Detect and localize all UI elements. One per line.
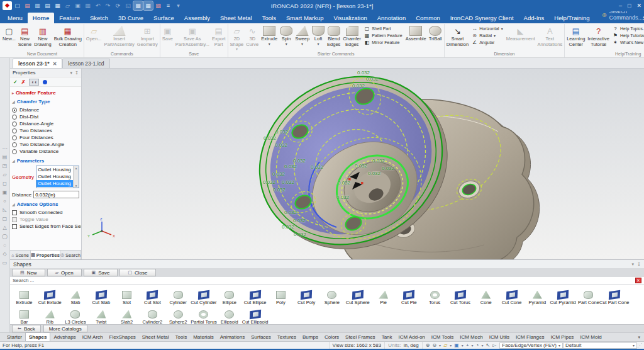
triangle-tool-icon[interactable]: △ [1, 224, 9, 231]
cursor-icon[interactable]: ↖ [486, 342, 490, 348]
catalog-tab-icm-pipes[interactable]: ICM Pipes [547, 333, 577, 341]
bulk-drawing-icon[interactable]: ▦ [53, 1, 62, 10]
extrude-tool-icon[interactable]: ▤ [1, 154, 9, 161]
document-tab[interactable]: lesson 23-1*✕ [13, 59, 62, 68]
wedge-tool-icon[interactable]: ◺ [1, 206, 9, 213]
open-document-icon[interactable]: ▤ [23, 1, 32, 10]
more-catalogs-button[interactable]: More Catalogs [43, 325, 87, 332]
maximize-button[interactable]: □ [628, 3, 631, 9]
catalog-tab-animations[interactable]: Animations [217, 333, 248, 341]
circle-tool-icon[interactable]: ◯ [1, 233, 9, 240]
geometry-list-item[interactable]: Outlet Housing [36, 173, 73, 180]
catalog-close-button[interactable]: ▢Close [119, 269, 155, 276]
box-tool-icon[interactable]: ◻ [1, 180, 9, 187]
chevron-down-icon[interactable]: ▾ [472, 344, 474, 347]
options-dot-icon[interactable] [43, 80, 47, 84]
ribbon-tab-feature[interactable]: Feature [54, 13, 85, 23]
camera-view-icon[interactable]: ▱ [443, 342, 447, 348]
save-icon[interactable]: ▣ [73, 1, 82, 10]
ribbon-button-export-part[interactable]: ▤ ExportPart [211, 24, 227, 47]
ribbon-button-save-as-part-assembly-[interactable]: ▣ Save AsPart/Assembly... [174, 24, 211, 47]
catalog-tabs-overflow-icon[interactable]: ▾ [638, 335, 640, 341]
ribbon-tab-assembly[interactable]: Assembly [179, 13, 215, 23]
catalog-item-ellipse[interactable]: Ellipse [216, 291, 242, 305]
undo-icon[interactable]: ↶ [93, 1, 103, 10]
catalog-item-cut-slab[interactable]: Cut Slab [88, 291, 114, 305]
chevron-down-icon[interactable]: ▾ [439, 344, 441, 347]
panel-chevron-down-icon[interactable]: ▾ [70, 71, 73, 76]
catalog-tab-surfaces[interactable]: Surfaces [248, 333, 274, 341]
chevron-down-icon[interactable]: ▾ [462, 344, 464, 347]
catalog-item-part-cone[interactable]: Part Cone [576, 291, 602, 305]
catalog-tab-icm-mold[interactable]: ICM Mold [577, 333, 604, 341]
model-3d[interactable]: Z X Y [82, 69, 644, 259]
chevron-down-icon[interactable]: ▾ [481, 344, 483, 347]
parameters-header[interactable]: ◢ Parameters [12, 158, 79, 164]
catalog-new-button[interactable]: ▤New [12, 269, 45, 276]
catalog-item-cut-sphere[interactable]: Cut Sphere [345, 291, 370, 305]
catalog-item-extrude[interactable]: Extrude [11, 291, 37, 305]
ribbon-tab-annotation[interactable]: Annotation [372, 13, 411, 23]
chamfer-type-distance[interactable]: Distance [12, 106, 79, 113]
ribbon-tab-surface[interactable]: Surface [148, 13, 179, 23]
catalog-tab-icm-mech[interactable]: ICM Mech [457, 333, 486, 341]
new-document-icon[interactable]: ▢ [13, 1, 22, 10]
ribbon-tab-sheet-metal[interactable]: Sheet Metal [215, 13, 257, 23]
minimize-button[interactable]: – [619, 3, 622, 9]
ribbon-button-blend-edges[interactable]: BlendEdges [326, 24, 341, 47]
ribbon-tab-common[interactable]: Common [411, 13, 445, 23]
geometry-scrollbar[interactable]: ▴▾ [73, 166, 79, 188]
catalog-item-cylinder[interactable]: Cylinder [165, 291, 191, 305]
catalog-item-pyramid[interactable]: Pyramid [525, 291, 550, 305]
chamfer-type-header[interactable]: ◢ Chamfer Type [12, 99, 79, 104]
config-dropdown[interactable]: Default ▾ [563, 342, 637, 349]
ribbon-button-assemble[interactable]: Assemble [404, 24, 428, 42]
catalog-tab-flexshapes[interactable]: FlexShapes [106, 333, 139, 341]
chamfer-type-distance-angle[interactable]: Distance-Angle [12, 120, 79, 127]
catalog-item-bar[interactable]: Bar [11, 310, 37, 325]
ribbon-button-bulk-drawing-creation[interactable]: ▦ Bulk DrawingCreation [53, 24, 83, 47]
ribbon-button-measurement[interactable]: ◣ Measurement [505, 24, 536, 42]
catalog-tab-colors[interactable]: Colors [321, 333, 342, 341]
ribbon-button-help-tutorials[interactable]: ⚑Help Tutorials [613, 33, 644, 38]
viewport-3d[interactable]: Z X Y 0.0320.0320.0320.0320.0320.0320.03… [82, 69, 644, 259]
shapes-search-input[interactable]: Search ... [13, 278, 34, 283]
print-icon[interactable]: ▥ [83, 1, 92, 10]
catalog-item-cone[interactable]: Cone [473, 291, 499, 305]
chevron-down-icon[interactable]: ▾ [450, 344, 452, 347]
chamfer-type-two-distance-angle[interactable]: Two Distance-Angle [12, 141, 79, 148]
ribbon-button-spin[interactable]: Spin ▾ [279, 24, 294, 46]
catalog-item-rib[interactable]: Rib [37, 310, 63, 325]
catalog-item-cut-ellipsoid[interactable]: Cut Ellipsoid [242, 310, 268, 325]
panel-pin-icon[interactable]: ↧ [75, 71, 79, 76]
open-icon[interactable]: ▱ [63, 1, 72, 10]
catalog-item-poly[interactable]: Poly [268, 291, 294, 305]
panel-tab-search[interactable]: ◎Search [60, 251, 81, 259]
chamfer-type-four-distances[interactable]: Four Distances [12, 134, 79, 141]
ribbon-button-2d-shape[interactable]: ▱ 2DShape ▾ [229, 24, 245, 51]
block-tool-icon[interactable]: ▣ [1, 189, 9, 196]
document-tab[interactable]: lesson 23-1.icd [62, 59, 109, 68]
search-clear-icon[interactable]: ✕ [635, 278, 641, 283]
catalog-item-cut-cone[interactable]: Cut Cone [499, 291, 525, 305]
shapes-pin-icon[interactable]: ↧ [637, 262, 641, 267]
ribbon-button-what-s-new[interactable]: ✶What's New [613, 40, 644, 45]
chamfer-type-two-distances[interactable]: Two Distances [12, 127, 79, 134]
catalog-item-sphere2[interactable]: Sphere2 [165, 310, 191, 325]
ribbon-tab-ironcad-synergy-client[interactable]: IronCAD Synergy Client [445, 13, 519, 23]
shape-tool-icon[interactable]: ▢ [1, 215, 9, 222]
ribbon-button-loft[interactable]: Loft ▾ [311, 24, 326, 46]
ribbon-tab-tools[interactable]: Tools [257, 13, 281, 23]
catalog-item-slab[interactable]: Slab [63, 291, 89, 305]
ribbon-button-save[interactable]: ▣ Save [161, 24, 174, 42]
option-select-edges-from-face-selection[interactable]: Select Edges from Face Selection [12, 223, 79, 230]
catalog-tab-starter[interactable]: Starter [4, 333, 25, 341]
ribbon-button-angular[interactable]: ∠Angular [472, 40, 503, 45]
distance-input[interactable] [33, 191, 79, 198]
catalog-tab-steel-frames[interactable]: Steel Frames [342, 333, 379, 341]
catalog-item-cut-slot[interactable]: Cut Slot [140, 291, 165, 305]
tab-close-icon[interactable]: ✕ [53, 61, 57, 67]
ribbon-tab-sketch[interactable]: Sketch [85, 13, 113, 23]
chamfer-type-dist-dist[interactable]: Dist-Dist [12, 113, 79, 120]
geometry-list-item[interactable]: Outlet Housing [36, 180, 73, 187]
